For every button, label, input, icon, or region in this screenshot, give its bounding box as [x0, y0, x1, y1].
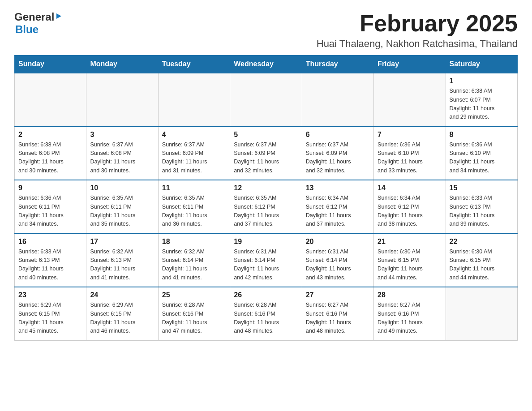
- table-row: 26Sunrise: 6:28 AM Sunset: 6:16 PM Dayli…: [230, 287, 302, 340]
- calendar-week-row: 1Sunrise: 6:38 AM Sunset: 6:07 PM Daylig…: [15, 73, 518, 127]
- day-info: Sunrise: 6:37 AM Sunset: 6:08 PM Dayligh…: [90, 141, 154, 176]
- day-info: Sunrise: 6:29 AM Sunset: 6:15 PM Dayligh…: [18, 301, 82, 336]
- day-number: 24: [90, 291, 154, 299]
- day-number: 1: [450, 77, 514, 85]
- day-number: 2: [18, 131, 82, 139]
- day-number: 5: [234, 131, 298, 139]
- day-number: 19: [234, 238, 298, 246]
- day-number: 7: [378, 131, 442, 139]
- header-saturday: Saturday: [446, 56, 517, 73]
- day-info: Sunrise: 6:38 AM Sunset: 6:08 PM Dayligh…: [18, 141, 82, 176]
- header-monday: Monday: [86, 56, 158, 73]
- day-number: 15: [450, 184, 514, 192]
- table-row: 5Sunrise: 6:37 AM Sunset: 6:09 PM Daylig…: [230, 127, 302, 180]
- calendar-table: Sunday Monday Tuesday Wednesday Thursday…: [14, 55, 518, 341]
- table-row: 8Sunrise: 6:36 AM Sunset: 6:10 PM Daylig…: [446, 127, 517, 180]
- table-row: 28Sunrise: 6:27 AM Sunset: 6:16 PM Dayli…: [374, 287, 446, 340]
- day-number: 12: [234, 184, 298, 192]
- table-row: [86, 73, 158, 127]
- logo-arrow-icon: [56, 13, 62, 21]
- table-row: 19Sunrise: 6:31 AM Sunset: 6:14 PM Dayli…: [230, 234, 302, 287]
- day-info: Sunrise: 6:28 AM Sunset: 6:16 PM Dayligh…: [234, 301, 298, 336]
- day-info: Sunrise: 6:36 AM Sunset: 6:10 PM Dayligh…: [378, 141, 442, 176]
- table-row: 25Sunrise: 6:28 AM Sunset: 6:16 PM Dayli…: [158, 287, 230, 340]
- header-wednesday: Wednesday: [230, 56, 302, 73]
- header-sunday: Sunday: [15, 56, 86, 73]
- day-number: 21: [378, 238, 442, 246]
- table-row: 14Sunrise: 6:34 AM Sunset: 6:12 PM Dayli…: [374, 180, 446, 234]
- table-row: 6Sunrise: 6:37 AM Sunset: 6:09 PM Daylig…: [302, 127, 373, 180]
- day-info: Sunrise: 6:36 AM Sunset: 6:11 PM Dayligh…: [18, 194, 82, 229]
- table-row: [230, 73, 302, 127]
- table-row: 27Sunrise: 6:27 AM Sunset: 6:16 PM Dayli…: [302, 287, 373, 340]
- day-info: Sunrise: 6:37 AM Sunset: 6:09 PM Dayligh…: [306, 141, 370, 176]
- table-row: 21Sunrise: 6:30 AM Sunset: 6:15 PM Dayli…: [374, 234, 446, 287]
- day-number: 8: [450, 131, 514, 139]
- day-info: Sunrise: 6:27 AM Sunset: 6:16 PM Dayligh…: [378, 301, 442, 336]
- day-info: Sunrise: 6:27 AM Sunset: 6:16 PM Dayligh…: [306, 301, 370, 336]
- day-info: Sunrise: 6:32 AM Sunset: 6:14 PM Dayligh…: [162, 248, 226, 283]
- table-row: 12Sunrise: 6:35 AM Sunset: 6:12 PM Dayli…: [230, 180, 302, 234]
- calendar-week-row: 2Sunrise: 6:38 AM Sunset: 6:08 PM Daylig…: [15, 127, 518, 180]
- day-number: 18: [162, 238, 226, 246]
- day-number: 17: [90, 238, 154, 246]
- page-header: General Blue February 2025 Huai Thalaeng…: [14, 11, 518, 50]
- day-info: Sunrise: 6:37 AM Sunset: 6:09 PM Dayligh…: [234, 141, 298, 176]
- day-number: 20: [306, 238, 370, 246]
- table-row: 20Sunrise: 6:31 AM Sunset: 6:14 PM Dayli…: [302, 234, 373, 287]
- day-number: 10: [90, 184, 154, 192]
- day-info: Sunrise: 6:35 AM Sunset: 6:12 PM Dayligh…: [234, 194, 298, 229]
- table-row: [446, 287, 517, 340]
- day-info: Sunrise: 6:29 AM Sunset: 6:15 PM Dayligh…: [90, 301, 154, 336]
- day-info: Sunrise: 6:33 AM Sunset: 6:13 PM Dayligh…: [450, 194, 514, 229]
- day-number: 27: [306, 291, 370, 299]
- day-info: Sunrise: 6:37 AM Sunset: 6:09 PM Dayligh…: [162, 141, 226, 176]
- location-subtitle: Huai Thalaeng, Nakhon Ratchasima, Thaila…: [317, 38, 518, 50]
- table-row: 15Sunrise: 6:33 AM Sunset: 6:13 PM Dayli…: [446, 180, 517, 234]
- header-tuesday: Tuesday: [158, 56, 230, 73]
- table-row: 2Sunrise: 6:38 AM Sunset: 6:08 PM Daylig…: [15, 127, 86, 180]
- calendar-week-row: 16Sunrise: 6:33 AM Sunset: 6:13 PM Dayli…: [15, 234, 518, 287]
- day-number: 9: [18, 184, 82, 192]
- calendar-week-row: 9Sunrise: 6:36 AM Sunset: 6:11 PM Daylig…: [15, 180, 518, 234]
- table-row: 11Sunrise: 6:35 AM Sunset: 6:11 PM Dayli…: [158, 180, 230, 234]
- table-row: 24Sunrise: 6:29 AM Sunset: 6:15 PM Dayli…: [86, 287, 158, 340]
- day-number: 4: [162, 131, 226, 139]
- logo: General Blue: [14, 11, 62, 36]
- header-friday: Friday: [374, 56, 446, 73]
- table-row: 13Sunrise: 6:34 AM Sunset: 6:12 PM Dayli…: [302, 180, 373, 234]
- day-info: Sunrise: 6:30 AM Sunset: 6:15 PM Dayligh…: [378, 248, 442, 283]
- table-row: 16Sunrise: 6:33 AM Sunset: 6:13 PM Dayli…: [15, 234, 86, 287]
- table-row: 18Sunrise: 6:32 AM Sunset: 6:14 PM Dayli…: [158, 234, 230, 287]
- day-number: 28: [378, 291, 442, 299]
- day-number: 3: [90, 131, 154, 139]
- table-row: 7Sunrise: 6:36 AM Sunset: 6:10 PM Daylig…: [374, 127, 446, 180]
- day-info: Sunrise: 6:35 AM Sunset: 6:11 PM Dayligh…: [90, 194, 154, 229]
- day-info: Sunrise: 6:32 AM Sunset: 6:13 PM Dayligh…: [90, 248, 154, 283]
- table-row: 3Sunrise: 6:37 AM Sunset: 6:08 PM Daylig…: [86, 127, 158, 180]
- title-block: February 2025 Huai Thalaeng, Nakhon Ratc…: [317, 11, 518, 50]
- table-row: [302, 73, 373, 127]
- day-info: Sunrise: 6:34 AM Sunset: 6:12 PM Dayligh…: [306, 194, 370, 229]
- calendar-week-row: 23Sunrise: 6:29 AM Sunset: 6:15 PM Dayli…: [15, 287, 518, 340]
- day-number: 6: [306, 131, 370, 139]
- day-info: Sunrise: 6:36 AM Sunset: 6:10 PM Dayligh…: [450, 141, 514, 176]
- table-row: [374, 73, 446, 127]
- day-number: 16: [18, 238, 82, 246]
- day-number: 25: [162, 291, 226, 299]
- month-title: February 2025: [317, 11, 518, 36]
- day-number: 23: [18, 291, 82, 299]
- day-info: Sunrise: 6:38 AM Sunset: 6:07 PM Dayligh…: [450, 87, 514, 122]
- table-row: 22Sunrise: 6:30 AM Sunset: 6:15 PM Dayli…: [446, 234, 517, 287]
- table-row: 1Sunrise: 6:38 AM Sunset: 6:07 PM Daylig…: [446, 73, 517, 127]
- day-number: 14: [378, 184, 442, 192]
- table-row: [158, 73, 230, 127]
- table-row: 10Sunrise: 6:35 AM Sunset: 6:11 PM Dayli…: [86, 180, 158, 234]
- table-row: 4Sunrise: 6:37 AM Sunset: 6:09 PM Daylig…: [158, 127, 230, 180]
- table-row: 23Sunrise: 6:29 AM Sunset: 6:15 PM Dayli…: [15, 287, 86, 340]
- day-info: Sunrise: 6:35 AM Sunset: 6:11 PM Dayligh…: [162, 194, 226, 229]
- table-row: 17Sunrise: 6:32 AM Sunset: 6:13 PM Dayli…: [86, 234, 158, 287]
- day-info: Sunrise: 6:31 AM Sunset: 6:14 PM Dayligh…: [306, 248, 370, 283]
- logo-blue-text: Blue: [15, 23, 39, 35]
- day-info: Sunrise: 6:33 AM Sunset: 6:13 PM Dayligh…: [18, 248, 82, 283]
